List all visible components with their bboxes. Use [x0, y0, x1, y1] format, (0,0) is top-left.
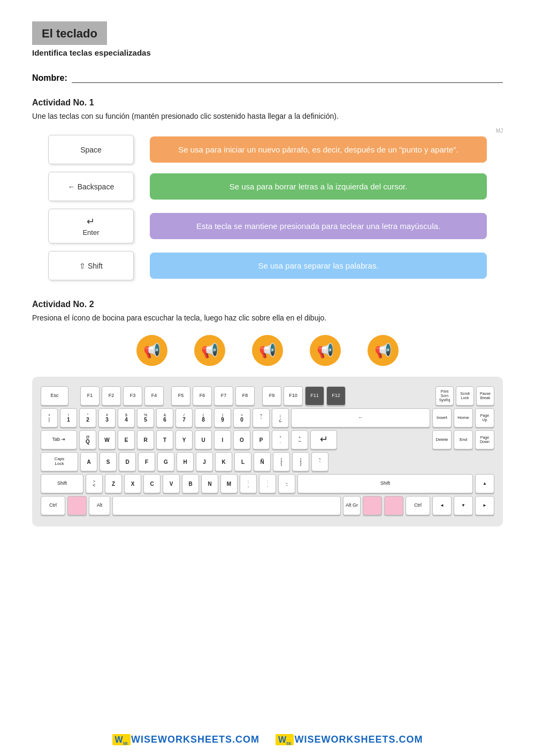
key-space[interactable] [112, 496, 341, 515]
key-pause[interactable]: PauseBreak [476, 386, 494, 406]
key-d[interactable]: D [119, 452, 136, 471]
key-arrow-up[interactable]: ▲ [475, 474, 494, 493]
speaker-btn-1[interactable]: 📢 [136, 335, 167, 366]
key-dot[interactable]: *. [272, 430, 289, 449]
key-t[interactable]: T [156, 430, 173, 449]
key-5[interactable]: %5 [137, 408, 154, 427]
key-z[interactable]: Z [105, 474, 122, 493]
key-lt[interactable]: >< [86, 474, 103, 493]
key-shift-left[interactable]: Shift [41, 474, 83, 493]
key-9[interactable]: )9 [214, 408, 231, 427]
speaker-btn-4[interactable]: 📢 [310, 335, 341, 366]
key-scroll-lock[interactable]: ScrollLock [456, 386, 474, 406]
key-6[interactable]: &6 [156, 408, 173, 427]
key-brace-open[interactable]: [{ [273, 452, 290, 471]
key-caps-lock[interactable]: CapsLock [41, 452, 78, 471]
key-r[interactable]: R [137, 430, 154, 449]
key-page-up[interactable]: PageUp [475, 408, 494, 427]
key-enter[interactable]: ↵ [310, 430, 337, 449]
key-3[interactable]: #3 [98, 408, 116, 427]
key-f2[interactable]: F2 [102, 386, 121, 406]
key-g[interactable]: G [157, 452, 174, 471]
key-j[interactable]: J [196, 452, 213, 471]
key-minus[interactable]: _- [278, 474, 295, 493]
key-f3[interactable]: F3 [123, 386, 142, 406]
key-v[interactable]: V [163, 474, 180, 493]
key-alt-left[interactable]: Alt [89, 496, 110, 515]
key-0[interactable]: =0 [233, 408, 250, 427]
key-w[interactable]: W [98, 430, 116, 449]
key-insert[interactable]: Insert [432, 408, 452, 427]
key-f1[interactable]: F1 [80, 386, 100, 406]
key-backtick[interactable]: ª| [41, 408, 58, 427]
key-enter[interactable]: ↵ Enter [48, 209, 134, 243]
act2-section: Actividad No. 2 Presiona el ícono de boc… [32, 300, 503, 322]
key-7[interactable]: /7 [175, 408, 193, 427]
key-p[interactable]: P [253, 430, 270, 449]
key-f[interactable]: F [138, 452, 155, 471]
key-brace-close[interactable]: ]} [292, 452, 309, 471]
key-fn[interactable] [363, 496, 382, 515]
key-k[interactable]: K [215, 452, 232, 471]
key-space[interactable]: Space [48, 135, 134, 164]
key-backspace[interactable]: ← Backspace [48, 172, 134, 201]
key-f8[interactable]: F8 [235, 386, 255, 406]
key-f11[interactable]: F11 [305, 386, 324, 406]
key-page-down[interactable]: PageDown [475, 430, 494, 449]
key-u[interactable]: U [195, 430, 212, 449]
speaker-btn-2[interactable]: 📢 [194, 335, 225, 366]
key-a[interactable]: A [80, 452, 97, 471]
key-alt-gr[interactable]: Alt Gr [343, 496, 361, 515]
key-2[interactable]: "2 [79, 408, 96, 427]
speaker-btn-3[interactable]: 📢 [252, 335, 283, 366]
key-m[interactable]: M [220, 474, 238, 493]
key-s[interactable]: S [100, 452, 117, 471]
key-question[interactable]: ?' [253, 408, 270, 427]
key-f4[interactable]: F4 [144, 386, 164, 406]
key-end[interactable]: End [454, 430, 473, 449]
key-arrow-down[interactable]: ▼ [454, 496, 473, 515]
key-f10[interactable]: F10 [284, 386, 303, 406]
key-q[interactable]: @Q [79, 430, 96, 449]
key-l[interactable]: L [234, 452, 251, 471]
key-arrow-right[interactable]: ► [475, 496, 494, 515]
act1-title: Actividad No. 1 [32, 98, 503, 108]
key-o[interactable]: O [233, 430, 250, 449]
key-win[interactable] [67, 496, 87, 515]
key-arrow-left[interactable]: ◄ [432, 496, 452, 515]
speaker-btn-5[interactable]: 📢 [368, 335, 399, 366]
key-menu[interactable] [384, 496, 403, 515]
key-plus[interactable]: +~ [291, 430, 308, 449]
key-home[interactable]: Home [454, 408, 473, 427]
key-y[interactable]: Y [175, 430, 193, 449]
key-shift-right[interactable]: Shift [297, 474, 473, 493]
key-shift[interactable]: ⇧ Shift [48, 251, 134, 280]
key-e[interactable]: E [118, 430, 135, 449]
key-f5[interactable]: F5 [171, 386, 190, 406]
key-iexcl[interactable]: ¡¿ [272, 408, 289, 427]
key-4[interactable]: $4 [118, 408, 135, 427]
key-print-screen[interactable]: PrintScrnSysRq [435, 386, 454, 406]
key-n-tilde[interactable]: Ñ [254, 452, 271, 471]
key-x[interactable]: X [124, 474, 141, 493]
key-f12[interactable]: F12 [326, 386, 346, 406]
key-backslash[interactable]: ^` [311, 452, 328, 471]
key-f6[interactable]: F6 [193, 386, 212, 406]
key-period[interactable]: :. [259, 474, 276, 493]
key-f9[interactable]: F9 [262, 386, 281, 406]
key-i[interactable]: I [214, 430, 231, 449]
key-backspace[interactable]: ← [291, 408, 430, 427]
key-f7[interactable]: F7 [214, 386, 233, 406]
key-comma[interactable]: ;, [240, 474, 257, 493]
key-1[interactable]: !1 [60, 408, 77, 427]
key-tab[interactable]: Tab ⇥ [41, 430, 77, 449]
key-esc[interactable]: Esc [41, 386, 68, 406]
key-8[interactable]: (8 [195, 408, 212, 427]
key-delete[interactable]: Delete [432, 430, 452, 449]
key-n[interactable]: N [201, 474, 218, 493]
key-h[interactable]: H [177, 452, 194, 471]
key-ctrl-left[interactable]: Ctrl [41, 496, 65, 515]
key-ctrl-right[interactable]: Ctrl [406, 496, 430, 515]
key-b[interactable]: B [182, 474, 199, 493]
key-c[interactable]: C [143, 474, 160, 493]
